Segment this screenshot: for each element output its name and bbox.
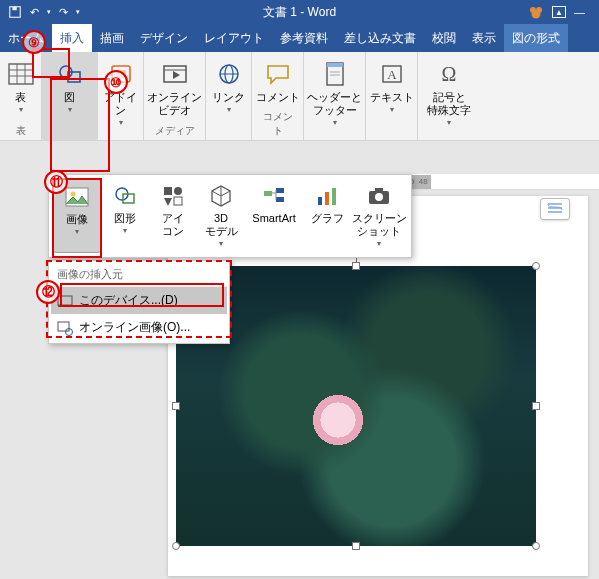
illustrations-label: 図 bbox=[64, 91, 75, 104]
header-footer-button[interactable]: ヘッダーと フッター ▾ bbox=[311, 56, 359, 132]
layout-options-button[interactable] bbox=[540, 198, 570, 220]
svg-rect-36 bbox=[276, 188, 284, 193]
tab-mailings[interactable]: 差し込み文書 bbox=[336, 24, 424, 52]
cube-icon bbox=[208, 183, 234, 209]
table-button[interactable]: 表 ▾ bbox=[0, 56, 45, 119]
submenu-header: 画像の挿入元 bbox=[51, 263, 227, 287]
table-label: 表 bbox=[15, 91, 26, 104]
tab-view[interactable]: 表示 bbox=[464, 24, 504, 52]
smartart-icon bbox=[261, 183, 287, 209]
resize-handle[interactable] bbox=[352, 542, 360, 550]
screenshot-caret-icon: ▾ bbox=[377, 239, 381, 249]
qat-customize-icon[interactable]: ▾ bbox=[76, 8, 80, 16]
svg-rect-1 bbox=[12, 7, 16, 11]
3d-models-button[interactable]: 3D モデル ▾ bbox=[197, 179, 245, 253]
table-icon bbox=[7, 60, 35, 88]
title-bar: ↶ ▾ ↷ ▾ 文書 1 - Word ▲ — bbox=[0, 0, 599, 24]
svg-rect-38 bbox=[318, 197, 322, 205]
online-video-label: オンライン ビデオ bbox=[147, 91, 202, 117]
svg-point-28 bbox=[71, 192, 76, 197]
window-title: 文書 1 - Word bbox=[263, 4, 336, 21]
link-caret-icon: ▾ bbox=[227, 105, 231, 115]
tab-home[interactable]: ホーム bbox=[0, 24, 52, 52]
svg-rect-43 bbox=[375, 188, 383, 192]
tab-draw[interactable]: 描画 bbox=[92, 24, 132, 52]
camera-icon bbox=[366, 183, 392, 209]
omega-icon: Ω bbox=[435, 60, 463, 88]
3d-caret-icon: ▾ bbox=[219, 239, 223, 249]
resize-handle[interactable] bbox=[532, 542, 540, 550]
svg-rect-44 bbox=[58, 296, 72, 305]
shapes-outline-icon bbox=[56, 60, 84, 88]
minimize-icon[interactable]: — bbox=[574, 6, 585, 18]
save-icon[interactable] bbox=[8, 5, 22, 19]
insert-picture-submenu: 画像の挿入元 このデバイス...(D) オンライン画像(O)... bbox=[48, 260, 230, 344]
svg-rect-40 bbox=[332, 188, 336, 205]
illustrations-gallery: 画像 ▾ 図形 ▾ アイ コン 3D モデル ▾ SmartArt グラフ スク… bbox=[48, 174, 412, 258]
svg-rect-37 bbox=[276, 197, 284, 202]
tab-picture-format[interactable]: 図の形式 bbox=[504, 24, 568, 52]
header-footer-icon bbox=[321, 60, 349, 88]
text-button[interactable]: A テキスト ▾ bbox=[368, 56, 416, 119]
addins-button[interactable]: アドイ ン ▾ bbox=[97, 56, 145, 132]
svg-rect-31 bbox=[164, 187, 172, 195]
chart-button[interactable]: グラフ bbox=[303, 179, 351, 253]
resize-handle[interactable] bbox=[532, 402, 540, 410]
undo-caret-icon[interactable]: ▾ bbox=[47, 8, 51, 16]
svg-text:Ω: Ω bbox=[442, 63, 457, 85]
symbols-button[interactable]: Ω 記号と 特殊文字 ▾ bbox=[425, 56, 473, 132]
illustrations-button[interactable]: 図 ▾ bbox=[46, 56, 94, 119]
shapes-button[interactable]: 図形 ▾ bbox=[101, 179, 149, 253]
icons-button[interactable]: アイ コン bbox=[149, 179, 197, 253]
svg-rect-45 bbox=[58, 305, 72, 307]
resize-handle[interactable] bbox=[172, 542, 180, 550]
table-group-label: 表 bbox=[16, 124, 26, 138]
tab-layout[interactable]: レイアウト bbox=[196, 24, 272, 52]
svg-rect-46 bbox=[58, 322, 69, 331]
ribbon-display-icon[interactable]: ▲ bbox=[552, 6, 566, 18]
addins-icon bbox=[107, 60, 135, 88]
this-device-label: このデバイス...(D) bbox=[79, 292, 178, 309]
smartart-button[interactable]: SmartArt bbox=[245, 179, 303, 253]
comment-group-label: コメント bbox=[258, 110, 297, 138]
svg-marker-33 bbox=[164, 198, 172, 206]
insert-picture-button[interactable]: 画像 ▾ bbox=[53, 179, 101, 253]
table-caret-icon: ▾ bbox=[19, 105, 23, 115]
picture-caret-icon: ▾ bbox=[75, 227, 79, 237]
globe-image-icon bbox=[57, 320, 73, 336]
picture-icon bbox=[64, 184, 90, 210]
text-label: テキスト bbox=[370, 91, 414, 104]
online-video-button[interactable]: オンライン ビデオ bbox=[151, 56, 199, 121]
addins-caret-icon: ▾ bbox=[119, 118, 123, 128]
resize-handle[interactable] bbox=[532, 262, 540, 270]
lotus-image bbox=[176, 266, 536, 546]
link-label: リンク bbox=[212, 91, 245, 104]
comment-button[interactable]: コメント bbox=[254, 56, 302, 108]
selected-picture[interactable] bbox=[176, 266, 536, 546]
addins-label: アドイ ン bbox=[104, 91, 137, 117]
chart-icon bbox=[314, 183, 340, 209]
online-video-icon bbox=[161, 60, 189, 88]
link-icon bbox=[215, 60, 243, 88]
smartart-label: SmartArt bbox=[252, 212, 295, 225]
tab-insert[interactable]: 挿入 bbox=[52, 24, 92, 52]
comment-label: コメント bbox=[256, 91, 300, 104]
svg-point-4 bbox=[532, 10, 541, 19]
tab-review[interactable]: 校閲 bbox=[424, 24, 464, 52]
screenshot-button[interactable]: スクリーン ショット ▾ bbox=[351, 179, 407, 253]
resize-handle[interactable] bbox=[172, 402, 180, 410]
this-device-item[interactable]: このデバイス...(D) bbox=[51, 287, 227, 314]
svg-text:A: A bbox=[387, 67, 397, 82]
screenshot-label: スクリーン ショット bbox=[352, 212, 407, 238]
link-button[interactable]: リンク ▾ bbox=[205, 56, 253, 119]
account-icon[interactable] bbox=[528, 4, 544, 20]
insert-picture-label: 画像 bbox=[66, 213, 88, 226]
comment-icon bbox=[264, 60, 292, 88]
redo-icon[interactable]: ↷ bbox=[59, 6, 68, 19]
undo-icon[interactable]: ↶ bbox=[30, 6, 39, 19]
tab-references[interactable]: 参考資料 bbox=[272, 24, 336, 52]
resize-handle[interactable] bbox=[352, 262, 360, 270]
online-images-item[interactable]: オンライン画像(O)... bbox=[51, 314, 227, 341]
quick-access-toolbar: ↶ ▾ ↷ ▾ bbox=[0, 5, 80, 19]
tab-design[interactable]: デザイン bbox=[132, 24, 196, 52]
